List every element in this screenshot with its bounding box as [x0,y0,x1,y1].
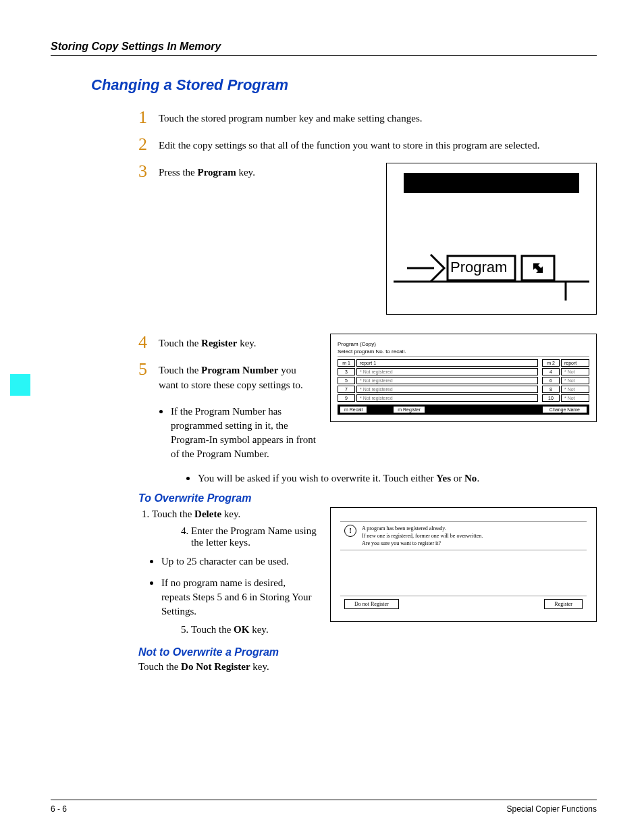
overwrite-step-1: Touch the Delete key. [152,507,317,522]
section-heading: Changing a Stored Program [91,76,597,94]
step-1: 1 Touch the stored program number key an… [138,109,597,126]
step5-bullet-1: If the Program Number has programmed set… [171,402,317,461]
not-overwrite-heading: Not to Overwrite a Program [138,646,597,658]
recall-button: m Recall [340,407,367,413]
step-3: 3 Press the Program key. [138,163,373,180]
running-header: Storing Copy Settings In Memory [51,41,597,56]
step-text: Press the Program key. [159,163,255,180]
page-footer: 6 - 6 Special Copier Functions [51,800,597,814]
step-text: Touch the Program Number you want to sto… [159,361,317,393]
overwrite-bullet-2: If no program name is desired, repeats S… [161,574,317,619]
figure-overwrite-dialog: ! A program has been registered already.… [330,507,597,622]
warning-icon: ! [344,525,356,537]
step-number: 1 [138,109,159,126]
step-4: 4 Touch the Register key. [138,334,317,351]
program-list-left: m 1report 1 3* Not registered 5* Not reg… [338,359,538,402]
step-text: Edit the copy settings so that all of th… [159,136,539,153]
page-number: 6 - 6 [51,804,67,814]
step5-bullet-2: You will be asked if you wish to overwri… [198,469,597,486]
step-text: Touch the Register key. [159,334,257,351]
change-name-button: Change Name [543,407,587,413]
figure-program-key: Program [386,163,597,315]
step-number: 4 [138,334,159,351]
step-number: 2 [138,136,159,153]
section-tab-marker [10,374,30,396]
fig2-subtitle: Select program No. to recall. [338,348,589,357]
step-2: 2 Edit the copy settings so that all of … [138,136,597,153]
program-list-right: m 2report 4* Not 6* Not 8* Not 10* Not [542,359,589,402]
not-overwrite-text: Touch the Do Not Register key. [138,661,597,673]
overwrite-heading: To Overwrite Program [138,492,597,504]
footer-section: Special Copier Functions [507,804,597,814]
fig2-title: Program (Copy) [338,341,589,347]
overwrite-substep-4: Enter the Program Name using the letter … [178,525,317,548]
fig2-bottom-bar: m Recall m Register Change Name [338,405,589,415]
page: Storing Copy Settings In Memory Changing… [0,0,644,834]
step-number: 5 [138,361,159,378]
overwrite-step-list: Touch the Delete key. [138,507,317,522]
do-not-register-button: Do not Register [344,599,399,609]
overwrite-bullet-1: Up to 25 character can be used. [161,552,317,569]
program-key-diagram [394,246,589,307]
dialog-message: A program has been registered already. I… [362,525,483,548]
panel-strip [404,173,579,193]
figure-program-list: Program (Copy) Select program No. to rec… [330,334,597,422]
program-key-label: Program [450,259,507,276]
step-text: Touch the stored program number key and … [159,109,423,126]
overwrite-substep-5: Touch the OK key. [178,624,317,635]
register-button: m Register [394,407,425,413]
register-button: Register [544,599,583,609]
step-number: 3 [138,163,159,180]
step-5: 5 Touch the Program Number you want to s… [138,361,317,393]
